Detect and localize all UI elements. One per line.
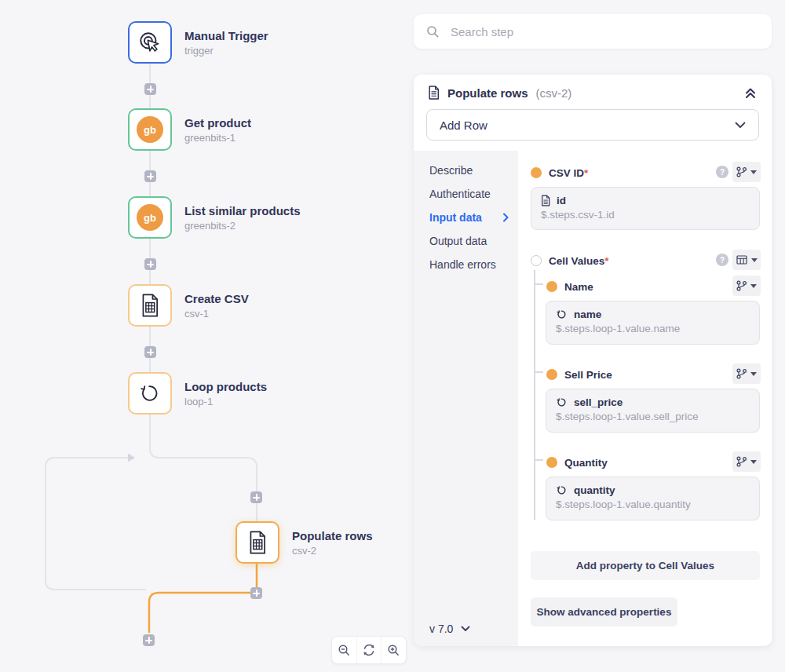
property-dot <box>546 281 557 292</box>
tab-handle-errors[interactable]: Handle errors <box>414 253 518 276</box>
panel-tab-list: Describe Authenticate Input data Output … <box>414 151 518 646</box>
node-label: Populate rows csv-2 <box>292 529 373 557</box>
workflow-builder: Manual Trigger trigger gb Get product gr… <box>0 0 785 672</box>
add-step-plus-icon[interactable] <box>144 346 156 358</box>
zoom-in-button[interactable] <box>381 637 406 663</box>
connector-version-select[interactable]: v 7.0 <box>429 623 470 635</box>
document-icon <box>428 86 440 100</box>
cell-values-quantity-row: Quantity <box>546 451 608 473</box>
tab-label: Describe <box>429 164 473 177</box>
property-dot <box>546 369 557 380</box>
node-subtitle: csv-2 <box>292 545 373 557</box>
chevron-down-icon <box>461 626 470 632</box>
add-step-plus-icon[interactable] <box>250 587 262 599</box>
panel-step-title: Populate rows <box>447 86 528 100</box>
greenbits-icon: gb <box>137 116 163 143</box>
csv-id-mapping-button[interactable] <box>732 162 761 182</box>
zoom-out-icon <box>338 644 351 657</box>
node-title: Loop products <box>184 380 267 393</box>
csv-id-value[interactable]: id $.steps.csv-1.id <box>531 187 760 230</box>
add-step-plus-icon[interactable] <box>250 491 262 503</box>
chevron-down-icon <box>735 122 746 129</box>
caret-down-icon <box>750 170 757 174</box>
search-input[interactable] <box>449 24 759 39</box>
add-step-plus-icon[interactable] <box>144 170 156 182</box>
cell-values-sell-price-row: Sell Price <box>546 363 612 385</box>
node-label: Loop products loop-1 <box>184 380 267 407</box>
panel-body: Describe Authenticate Input data Output … <box>414 151 772 646</box>
loop-icon <box>556 309 568 320</box>
collapse-panel-button[interactable] <box>743 86 758 100</box>
greenbits-icon: gb <box>137 204 163 231</box>
csv-document-icon <box>246 530 269 555</box>
tab-output-data[interactable]: Output data <box>414 229 518 253</box>
node-create-csv[interactable]: Create CSV csv-1 <box>128 284 249 327</box>
document-icon <box>541 195 550 206</box>
branch-icon <box>736 368 747 379</box>
node-populate-rows[interactable]: Populate rows csv-2 <box>236 521 373 564</box>
loopback-arrowhead <box>128 454 135 462</box>
node-title: Populate rows <box>292 529 373 542</box>
tab-authenticate[interactable]: Authenticate <box>414 182 518 206</box>
node-label: Manual Trigger trigger <box>184 29 268 57</box>
value-name: name <box>574 309 601 320</box>
node-box-manual-trigger[interactable] <box>128 21 172 64</box>
panel-header: Populate rows (csv-2) <box>414 75 772 108</box>
value-name: id <box>557 195 566 206</box>
tab-label: Handle errors <box>429 258 496 271</box>
node-box-loop[interactable] <box>128 372 172 415</box>
node-box-create-csv[interactable] <box>128 284 172 327</box>
help-icon[interactable]: ? <box>716 254 728 266</box>
sell-price-value[interactable]: sell_price $.steps.loop-1.value.sell_pri… <box>546 389 760 433</box>
name-mapping-button[interactable] <box>732 276 761 296</box>
node-box-get-product[interactable]: gb <box>128 108 172 151</box>
quantity-mapping-button[interactable] <box>732 451 761 472</box>
node-title: List similar products <box>184 204 301 217</box>
node-label: Create CSV csv-1 <box>184 292 249 320</box>
node-get-product[interactable]: gb Get product greenbits-1 <box>128 108 251 151</box>
tab-input-data[interactable]: Input data <box>414 206 518 229</box>
quantity-value[interactable]: quantity $.steps.loop-1.value.quantity <box>546 477 760 520</box>
node-subtitle: greenbits-1 <box>184 132 251 144</box>
tree-line <box>534 270 535 520</box>
property-dot-hollow <box>531 255 542 266</box>
node-title: Create CSV <box>184 292 249 305</box>
version-label: v 7.0 <box>429 623 453 635</box>
cell-values-field-row: Cell Values* <box>531 250 609 272</box>
add-property-button[interactable]: Add property to Cell Values <box>531 551 760 580</box>
reset-zoom-button[interactable] <box>356 637 382 663</box>
node-title: Get product <box>184 116 251 130</box>
show-advanced-properties-button[interactable]: Show advanced properties <box>531 597 677 626</box>
add-step-plus-icon[interactable] <box>144 83 156 95</box>
loop-icon <box>138 382 162 405</box>
add-step-plus-icon[interactable] <box>144 258 156 270</box>
add-step-plus-icon[interactable] <box>143 634 155 646</box>
input-data-form: CSV ID* ? <box>518 151 772 646</box>
tab-describe[interactable]: Describe <box>414 159 518 182</box>
operation-select-value: Add Row <box>440 119 487 132</box>
name-value[interactable]: name $.steps.loop-1.value.name <box>546 301 760 345</box>
double-chevron-up-icon <box>743 86 758 100</box>
node-loop-products[interactable]: Loop products loop-1 <box>128 372 267 415</box>
node-box-list-similar[interactable]: gb <box>128 196 172 239</box>
value-jsonpath: $.steps.csv-1.id <box>541 209 750 221</box>
value-jsonpath: $.steps.loop-1.value.quantity <box>556 499 750 510</box>
cell-values-help: ? <box>716 254 728 266</box>
caret-down-icon <box>750 460 757 464</box>
tree-dash <box>534 283 543 285</box>
panel-step-id: (csv-2) <box>536 86 572 100</box>
sell-price-mapping-button[interactable] <box>732 363 761 384</box>
node-manual-trigger[interactable]: Manual Trigger trigger <box>128 21 268 64</box>
zoom-out-button[interactable] <box>332 637 356 663</box>
value-jsonpath: $.steps.loop-1.value.name <box>556 323 750 334</box>
node-list-similar-products[interactable]: gb List similar products greenbits-2 <box>128 196 301 239</box>
help-icon[interactable]: ? <box>716 166 728 178</box>
node-subtitle: greenbits-2 <box>184 220 301 232</box>
chevron-right-icon <box>503 213 509 222</box>
cell-values-type-button[interactable] <box>732 250 761 270</box>
node-subtitle: loop-1 <box>184 396 267 407</box>
operation-select[interactable]: Add Row <box>426 109 759 141</box>
node-box-populate-rows[interactable] <box>236 521 279 564</box>
manual-trigger-icon <box>137 30 162 55</box>
zoom-in-icon <box>387 644 400 657</box>
